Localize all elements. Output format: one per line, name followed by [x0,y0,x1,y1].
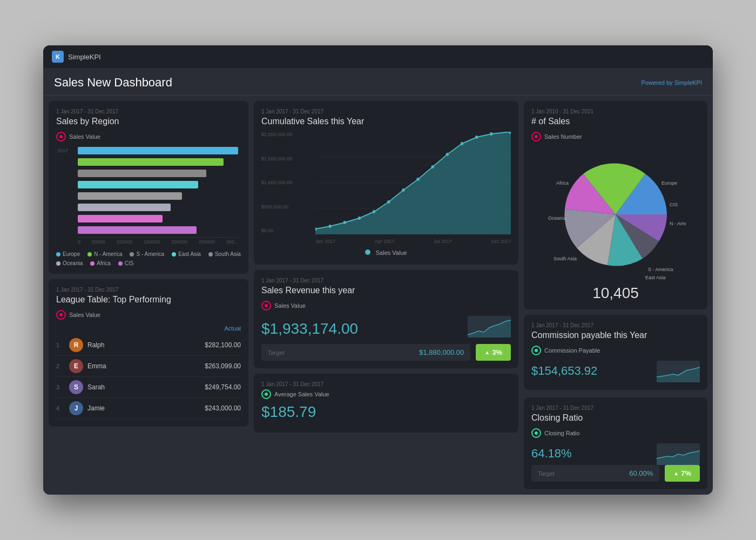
closing-date: 1 Jan 2017 - 31 Dec 2017 [531,405,700,411]
closing-pct: 7% [681,469,691,477]
avg-kpi-icon [261,389,271,399]
commission-title: Commission payable this Year [531,330,700,340]
region-title: Sales by Region [56,117,241,126]
sales-count-kpi-label: Sales Number [544,133,582,140]
league-kpi-label: Sales Value [69,312,100,318]
svg-point-16 [461,142,463,145]
year-label: 2017 [57,148,68,153]
revenue-pct-badge: ▲ 3% [476,344,511,361]
pie-label-oceania: Oceania [548,215,566,221]
league-row-4: 4 J Jamie $243,000.00 [56,398,241,419]
pie-label-eastasia: East Asia [645,275,666,279]
bar-legend: Europe N - America S - America East Asia [56,251,241,266]
bar-row-4 [78,181,238,188]
region-kpi-label: Sales Value [69,133,100,140]
avg-value: $185.79 [261,403,511,421]
x-label-oct: Oct 2017 [491,239,511,244]
revenue-kpi-icon [261,301,271,310]
league-kpi-icon [56,310,66,320]
avg-sales-card: 1 Jan 2017 - 31 Dec 2017 Average Sales V… [254,374,518,433]
cumulative-date-range: 1 Jan 2017 - 31 Dec 2017 [261,109,511,114]
bar-row-5 [78,192,238,200]
closing-title: Closing Ratio [531,413,700,423]
name-emma: Emma [87,362,205,370]
x-label-jul: Jul 2017 [434,239,452,244]
name-ralph: Ralph [87,341,205,349]
revenue-sparkline [468,316,511,338]
x-label-apr: Apr 2017 [375,239,395,244]
legend-namerica: N - America [87,251,122,257]
app-logo: K [52,51,64,63]
avatar-ralph: R [69,338,83,352]
region-date-range: 1 Jan 2017 - 31 Dec 2017 [56,109,241,114]
legend-cis: CIS [118,260,134,266]
rank-2: 2 [56,363,65,369]
chart-area: $2,000,000.00 $1,500,000.00 $1,000,000.0… [261,132,511,244]
sales-by-region-card: 1 Jan 2017 - 31 Dec 2017 Sales by Region… [49,101,248,274]
region-kpi-icon [56,132,66,141]
app-window: K SimpleKPI Sales New Dashboard Powered … [43,45,713,495]
closing-target-label: Target [538,470,555,477]
x-ticks: 0 50000 100000 150000 200000 250000 300.… [78,239,238,245]
sales-count-kpi-icon [531,132,541,141]
dashboard-header: Sales New Dashboard Powered by SimpleKPI [43,68,713,96]
rank-3: 3 [56,384,65,390]
rank-4: 4 [56,405,65,411]
pie-chart-area: Europe CIS N - America S - America East … [531,147,700,282]
revenue-pct: 3% [492,348,502,356]
closing-target-box: Target 60.00% [531,465,659,482]
name-jamie: Jamie [87,404,205,412]
league-date-range: 1 Jan 2017 - 31 Dec 2017 [56,287,241,293]
svg-point-15 [446,153,449,156]
closing-target-value: 60.00% [629,469,653,477]
legend-dot-oceania [56,261,60,266]
sales-total: 10,405 [531,285,700,302]
svg-point-12 [402,188,404,192]
value-ralph: $282,100.00 [205,341,241,349]
x-tick-0: 0 [78,239,80,245]
avg-kpi-row: Average Sales Value [261,389,329,399]
value-jamie: $243,000.00 [205,404,241,412]
league-row-3: 3 S Sarah $249,754.00 [56,377,241,398]
commission-card: 1 Jan 2017 - 31 Dec 2017 Commission paya… [524,315,707,390]
target-label: Target [268,349,285,356]
chart-svg-wrapper: Jan 2017 Apr 2017 Jul 2017 Oct 2017 [315,132,511,244]
target-value: $1,880,000.00 [419,348,464,356]
closing-main-row: 64.18% [531,443,700,465]
svg-point-9 [358,217,361,220]
legend-dot-africa [90,261,94,266]
closing-arrow-icon: ▲ [673,470,679,476]
y-axis-labels: $2,000,000.00 $1,500,000.00 $1,000,000.0… [261,132,310,244]
legend-oceania: Oceania [56,260,83,266]
league-kpi-row: Sales Value [56,310,241,320]
legend-label-namerica: N - America [94,251,122,257]
closing-kpi-label: Closing Ratio [544,430,579,436]
bar-group: 2017 [78,147,238,234]
sales-revenue-card: 1 Jan 2017 - 31 Dec 2017 Sales Revenue t… [254,270,518,368]
y-label-1: $500,000.00 [261,204,310,210]
cumulative-legend-dot [365,249,370,255]
bar-southasia [78,192,182,200]
value-emma: $263,099.00 [205,362,241,370]
closing-kpi-icon [531,428,541,438]
svg-point-18 [490,132,492,136]
legend-label-africa: Africa [97,260,111,266]
column-1: 1 Jan 2017 - 31 Dec 2017 Sales by Region… [49,101,248,489]
svg-point-11 [387,200,390,204]
bar-row-6 [78,204,238,211]
bar-europe [78,147,238,154]
name-sarah: Sarah [87,383,205,391]
x-tick-1: 50000 [92,239,105,245]
avatar-emma: E [69,359,83,373]
cumulative-sales-card: 1 Jan 2017 - 31 Dec 2017 Cumulative Sale… [254,101,518,265]
legend-samerica: S - America [130,251,164,257]
x-tick-4: 200000 [171,239,187,245]
pie-label-southasia: South Asia [554,256,577,261]
legend-dot-europe [56,252,60,256]
revenue-date-range: 1 Jan 2017 - 31 Dec 2017 [261,278,511,284]
page-title: Sales New Dashboard [54,76,172,90]
commission-value: $154,653.92 [531,364,597,378]
closing-sparkline [657,443,700,465]
avatar-sarah: S [69,380,83,394]
avg-header: Average Sales Value [261,389,511,399]
